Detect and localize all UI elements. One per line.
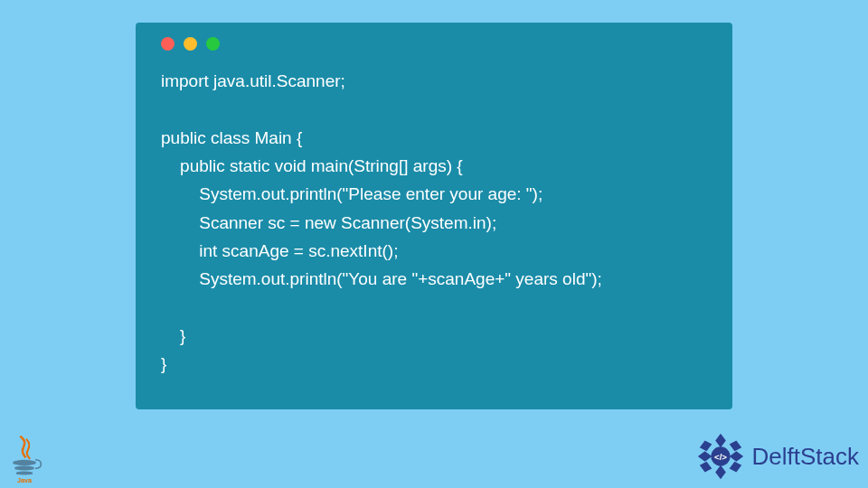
minimize-icon bbox=[184, 37, 197, 51]
delftstack-label: DelftStack bbox=[752, 443, 860, 471]
svg-text:</>: </> bbox=[714, 452, 727, 462]
window-traffic-lights bbox=[161, 37, 707, 51]
code-content: import java.util.Scanner; public class M… bbox=[161, 67, 707, 379]
code-window: import java.util.Scanner; public class M… bbox=[136, 23, 732, 409]
delftstack-emblem-icon: </> bbox=[694, 430, 747, 483]
maximize-icon bbox=[206, 37, 220, 51]
svg-text:Java: Java bbox=[17, 476, 33, 484]
java-logo: Java bbox=[5, 434, 43, 484]
close-icon bbox=[161, 37, 175, 51]
delftstack-logo: </> DelftStack bbox=[694, 430, 860, 483]
